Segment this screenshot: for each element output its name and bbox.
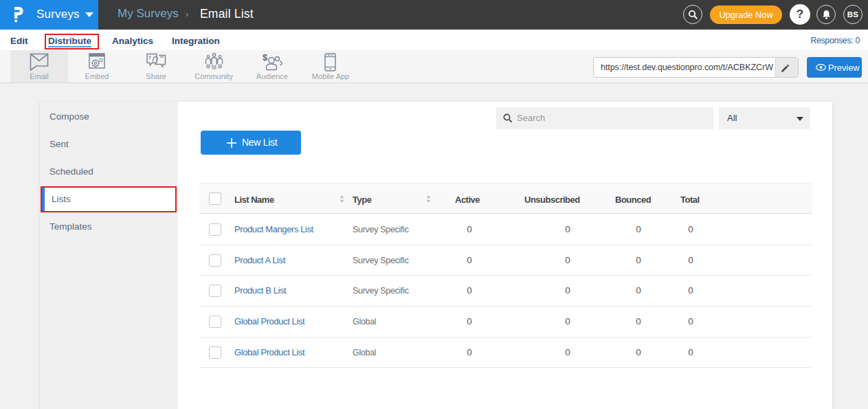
svg-text:$: $ (263, 53, 268, 63)
